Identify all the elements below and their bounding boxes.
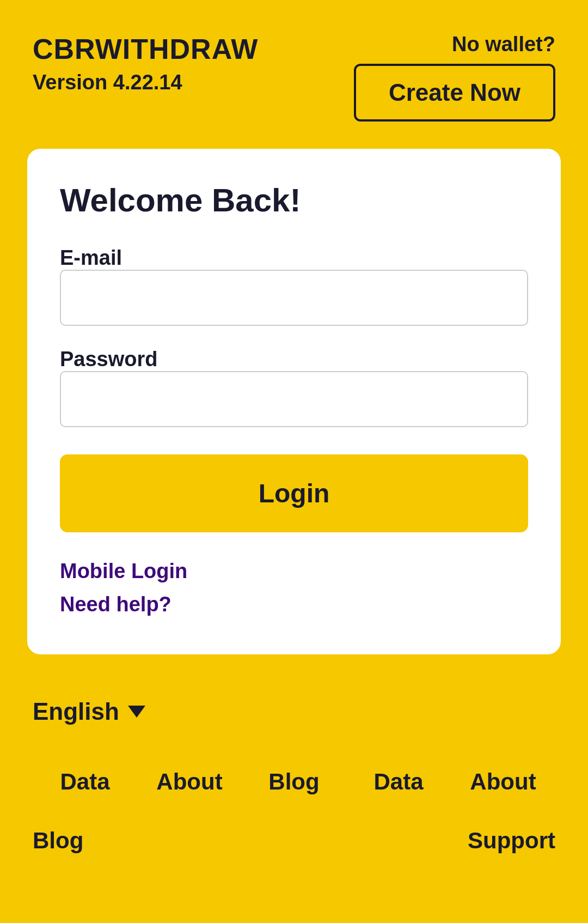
header-right: No wallet? Create Now bbox=[354, 33, 555, 122]
need-help-link[interactable]: Need help? bbox=[60, 593, 528, 616]
footer-links-row-2: Blog Support bbox=[33, 817, 555, 865]
welcome-title: Welcome Back! bbox=[60, 181, 528, 219]
extra-links: Mobile Login Need help? bbox=[60, 560, 528, 616]
footer: English Data About Blog Data About Blog … bbox=[0, 671, 588, 897]
header-left: CBRWITHDRAW Version 4.22.14 bbox=[33, 33, 258, 94]
app-version: Version 4.22.14 bbox=[33, 71, 258, 94]
chevron-down-icon bbox=[128, 706, 145, 718]
app-title: CBRWITHDRAW bbox=[33, 33, 258, 65]
footer-links-row-1: Data About Blog Data About bbox=[33, 758, 555, 806]
footer-link-data-1[interactable]: Data bbox=[33, 769, 137, 795]
password-input[interactable] bbox=[60, 371, 528, 427]
language-label: English bbox=[33, 698, 119, 725]
password-label: Password bbox=[60, 348, 158, 371]
page-header: CBRWITHDRAW Version 4.22.14 No wallet? C… bbox=[0, 0, 588, 143]
login-card: Welcome Back! E-mail Password Login Mobi… bbox=[27, 149, 561, 654]
login-button[interactable]: Login bbox=[60, 454, 528, 532]
email-input[interactable] bbox=[60, 270, 528, 326]
footer-link-support[interactable]: Support bbox=[294, 828, 555, 854]
mobile-login-link[interactable]: Mobile Login bbox=[60, 560, 528, 583]
no-wallet-text: No wallet? bbox=[452, 33, 555, 56]
footer-link-blog-2[interactable]: Blog bbox=[33, 828, 294, 854]
create-now-button[interactable]: Create Now bbox=[354, 64, 555, 122]
footer-link-blog-1[interactable]: Blog bbox=[242, 769, 346, 795]
footer-link-data-2[interactable]: Data bbox=[346, 769, 451, 795]
email-label: E-mail bbox=[60, 246, 122, 269]
language-selector[interactable]: English bbox=[33, 698, 555, 725]
footer-link-about-2[interactable]: About bbox=[451, 769, 555, 795]
footer-link-about-1[interactable]: About bbox=[137, 769, 242, 795]
